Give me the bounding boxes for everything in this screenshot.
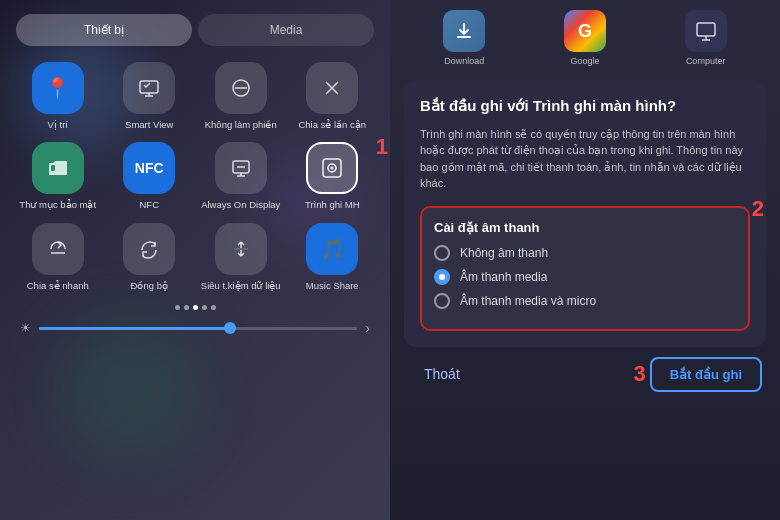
dot-2	[184, 305, 189, 310]
nfc-label: NFC	[139, 199, 159, 210]
icon-trinh-ghi-mh[interactable]: 1 Trình ghi MH	[291, 142, 375, 210]
brightness-bar[interactable]	[39, 327, 357, 330]
option-media-micro-label: Âm thanh media và micro	[460, 294, 596, 308]
audio-settings-box: Cài đặt âm thanh Không âm thanh Âm thanh…	[420, 206, 750, 331]
dot-1	[175, 305, 180, 310]
start-recording-button[interactable]: Bắt đầu ghi	[650, 357, 762, 392]
dong-bo-icon	[123, 223, 175, 275]
audio-settings-title: Cài đặt âm thanh	[434, 220, 736, 235]
option-no-sound[interactable]: Không âm thanh	[434, 245, 736, 261]
always-on-label: Always On Display	[201, 199, 280, 210]
smart-view-label: Smart View	[125, 119, 173, 130]
app-computer-label: Computer	[686, 56, 726, 66]
icon-chia-se-lan-can[interactable]: Chia sẻ lần cận	[291, 62, 375, 130]
khong-lam-phien-icon	[215, 62, 267, 114]
dot-4	[202, 305, 207, 310]
icon-grid: 📍 Vị trí Smart View	[16, 62, 374, 291]
radio-inner-dot	[439, 274, 445, 280]
apps-row: Download G Google Computer	[404, 10, 766, 66]
music-share-icon: 🎵	[306, 223, 358, 275]
option-media-sound-label: Âm thanh media	[460, 270, 547, 284]
left-panel: Thiết bị Media 📍 Vị trí Smart View	[0, 0, 390, 520]
svg-point-10	[331, 167, 334, 170]
tab-media[interactable]: Media	[198, 14, 374, 46]
badge-3: 3	[633, 361, 645, 387]
trinh-ghi-mh-label: Trình ghi MH	[305, 199, 360, 210]
sieu-tiet-kiem-icon	[215, 223, 267, 275]
dong-bo-label: Đồng bộ	[131, 280, 168, 291]
badge-2: 2	[752, 196, 764, 222]
khong-lam-phien-label: Không làm phiền	[205, 119, 277, 130]
trinh-ghi-mh-icon	[306, 142, 358, 194]
button-row: Thoát 3 Bắt đầu ghi	[404, 357, 766, 392]
start-btn-area: 3 Bắt đầu ghi	[633, 357, 762, 392]
radio-media-micro[interactable]	[434, 293, 450, 309]
option-media-sound[interactable]: Âm thanh media	[434, 269, 736, 285]
icon-always-on[interactable]: Always On Display	[199, 142, 283, 210]
thu-muc-label: Thư mục bảo mật	[19, 199, 96, 210]
chevron-down-icon[interactable]: ›	[365, 320, 370, 336]
icon-vi-tri[interactable]: 📍 Vị trí	[16, 62, 100, 130]
icon-chia-se-nhanh[interactable]: Chia sẻ nhanh	[16, 223, 100, 291]
tab-row: Thiết bị Media	[16, 14, 374, 46]
tab-thiet-bi[interactable]: Thiết bị	[16, 14, 192, 46]
dialog-title: Bắt đầu ghi với Trình ghi màn hình?	[420, 96, 750, 116]
chia-se-nhanh-icon	[32, 223, 84, 275]
chia-se-nhanh-label: Chia sẻ nhanh	[27, 280, 89, 291]
app-computer[interactable]: Computer	[685, 10, 727, 66]
icon-smart-view[interactable]: Smart View	[108, 62, 192, 130]
dialog-box: Bắt đầu ghi với Trình ghi màn hình? Trìn…	[404, 80, 766, 347]
thu-muc-icon	[32, 142, 84, 194]
dialog-description: Trình ghi màn hình sẽ có quyền truy cập …	[420, 126, 750, 192]
page-dots	[16, 305, 374, 310]
chia-se-lan-can-icon	[306, 62, 358, 114]
brightness-low-icon: ☀	[20, 321, 31, 335]
icon-thu-muc[interactable]: Thư mục bảo mật	[16, 142, 100, 210]
right-panel: Download G Google Computer	[390, 0, 780, 520]
nfc-icon: NFC	[123, 142, 175, 194]
smart-view-icon	[123, 62, 175, 114]
icon-khong-lam-phien[interactable]: Không làm phiền	[199, 62, 283, 130]
vi-tri-label: Vị trí	[48, 119, 68, 130]
app-download-label: Download	[444, 56, 484, 66]
chia-se-lan-can-label: Chia sẻ lần cận	[298, 119, 366, 130]
always-on-icon	[215, 142, 267, 194]
svg-rect-3	[51, 165, 55, 171]
icon-dong-bo[interactable]: Đồng bộ	[108, 223, 192, 291]
vi-tri-icon: 📍	[32, 62, 84, 114]
dot-5	[211, 305, 216, 310]
radio-media-sound[interactable]	[434, 269, 450, 285]
brightness-thumb	[224, 322, 236, 334]
app-download[interactable]: Download	[443, 10, 485, 66]
brightness-fill	[39, 327, 230, 330]
option-no-sound-label: Không âm thanh	[460, 246, 548, 260]
radio-no-sound[interactable]	[434, 245, 450, 261]
svg-rect-13	[697, 23, 715, 36]
icon-music-share[interactable]: 🎵 Music Share	[291, 223, 375, 291]
dot-3	[193, 305, 198, 310]
icon-sieu-tiet-kiem[interactable]: Siêu t.kiệm dữ liệu	[199, 223, 283, 291]
svg-rect-12	[457, 36, 471, 38]
computer-icon	[694, 19, 718, 43]
download-icon	[443, 10, 485, 52]
brightness-row: ☀ ›	[16, 320, 374, 336]
cancel-button[interactable]: Thoát	[408, 358, 476, 390]
badge-1: 1	[376, 134, 388, 160]
app-google-label: Google	[570, 56, 599, 66]
svg-rect-0	[140, 81, 158, 93]
google-icon: G	[578, 21, 592, 42]
music-share-label: Music Share	[306, 280, 359, 291]
sieu-tiet-kiem-label: Siêu t.kiệm dữ liệu	[201, 280, 281, 291]
option-media-micro[interactable]: Âm thanh media và micro	[434, 293, 736, 309]
app-google[interactable]: G Google	[564, 10, 606, 66]
icon-nfc[interactable]: NFC NFC	[108, 142, 192, 210]
